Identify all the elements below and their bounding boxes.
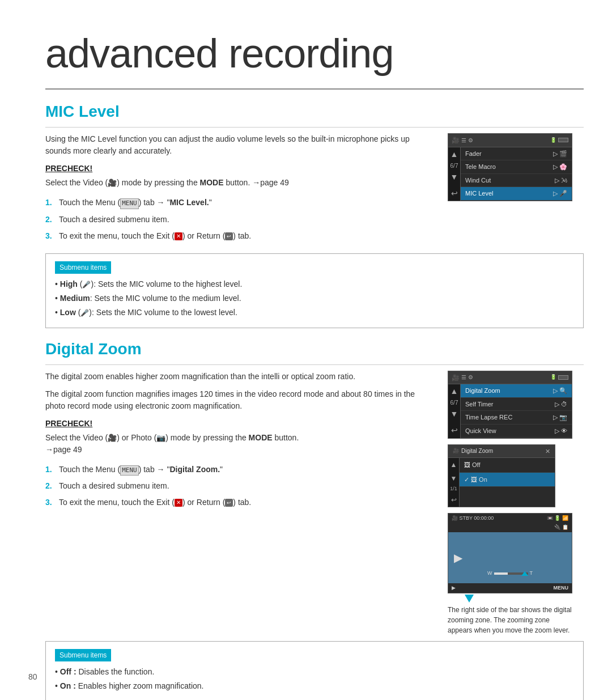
- digital-zoom-title: Digital Zoom: [45, 337, 584, 365]
- mic-level-submenu-item-3: Low (🎤): Sets the MIC volume to the lowe…: [55, 307, 574, 319]
- digital-zoom-desc2: The digital zoom function magnifies imag…: [45, 388, 436, 412]
- mic-level-step-2: 2. Touch a desired submenu item.: [45, 214, 436, 226]
- digital-zoom-desc1: The digital zoom enables higher zoom mag…: [45, 371, 436, 383]
- cam-row-fader: Fader ▷ 🎬: [461, 147, 572, 161]
- dz-cam-header: 🎥 ☰ ⚙ 🔋: [448, 371, 572, 385]
- mic-level-title: MIC Level: [45, 100, 584, 128]
- digital-zoom-submenu-item-on: On : Enables higher zoom magnification.: [55, 680, 574, 692]
- digital-zoom-step-1: 1. Touch the Menu (MENU) tab → "Digital …: [45, 464, 436, 476]
- digital-zoom-precheck-label: PRECHECK!: [45, 418, 436, 430]
- cam-row-tele-macro: Tele Macro ▷ 🌸: [461, 160, 572, 174]
- mic-level-precheck-label: PRECHECK!: [45, 163, 436, 175]
- mic-level-submenu-item-2: Medium: Sets the MIC volume to the mediu…: [55, 292, 574, 304]
- dz-cam-row-digital-zoom: Digital Zoom ▷ 🔍: [461, 384, 572, 398]
- mic-level-step-1: 1. Touch the Menu (MENU) tab → "MIC Leve…: [45, 197, 436, 209]
- dz-viewfinder-panel: 🎥 STBY 00:00:00 📼 🔋 📶 🔌 📋 ▶ W: [448, 513, 572, 636]
- mic-level-description: Using the MIC Level function you can adj…: [45, 133, 436, 157]
- dz-cam-row-self-timer: Self Timer ▷ ⏱: [461, 398, 572, 411]
- mic-level-steps: 1. Touch the Menu (MENU) tab → "MIC Leve…: [45, 197, 436, 242]
- digital-zoom-steps: 1. Touch the Menu (MENU) tab → "Digital …: [45, 464, 436, 509]
- dz-submenu-header: 🎥 Digital Zoom ✕: [448, 445, 555, 459]
- dz-submenu-panel: 🎥 Digital Zoom ✕ ▲ ▼ 1/1 ↩ 🖼 Off: [448, 444, 555, 507]
- digital-zoom-step-3: 3. To exit the menu, touch the Exit (✕) …: [45, 497, 436, 508]
- dz-viewfinder-desc: The right side of the bar shows the digi…: [448, 605, 572, 635]
- mic-level-submenu-box: Submenu items High (🎤): Sets the MIC vol…: [45, 253, 584, 328]
- dz-cam-row-quick-view: Quick View ▷ 👁: [461, 425, 572, 438]
- dz-cam-menu-panel: 🎥 ☰ ⚙ 🔋 ▲ 6/7 ▼ ↩: [448, 371, 572, 439]
- dz-row-off: 🖼 Off: [460, 458, 555, 473]
- cam-header: 🎥 ☰ ⚙ 🔋: [448, 134, 572, 147]
- dz-cam-row-time-lapse: Time Lapse REC ▷ 📷: [461, 411, 572, 425]
- page-title: advanced recording: [45, 23, 584, 90]
- zoom-arrow-pointer: [448, 595, 572, 603]
- digital-zoom-section: Digital Zoom The digital zoom enables hi…: [45, 337, 584, 701]
- mic-level-camera-panel: 🎥 ☰ ⚙ 🔋 ▲ 6/7 ▼ ↩: [448, 133, 584, 248]
- mic-level-step-3: 3. To exit the menu, touch the Exit (✕) …: [45, 230, 436, 242]
- mic-level-cam-ui: 🎥 ☰ ⚙ 🔋 ▲ 6/7 ▼ ↩: [448, 133, 572, 201]
- mic-level-section: MIC Level Using the MIC Level function y…: [45, 100, 584, 328]
- mic-level-precheck-text: Select the Video (🎥) mode by pressing th…: [45, 177, 436, 189]
- mic-level-submenu-label: Submenu items: [55, 261, 111, 274]
- mic-level-submenu-item-1: High (🎤): Sets the MIC volume to the hig…: [55, 278, 574, 290]
- cam-row-wind-cut: Wind Cut ▷ 🌬: [461, 174, 572, 188]
- digital-zoom-precheck-text: Select the Video (🎥) or Photo (📷) mode b…: [45, 432, 436, 456]
- cam-row-mic-level: MIC Level ▷ 🎤: [461, 187, 572, 201]
- dz-row-on: ✓ 🖼 On: [460, 473, 555, 487]
- digital-zoom-submenu-label: Submenu items: [55, 649, 111, 661]
- digital-zoom-camera-panels: 🎥 ☰ ⚙ 🔋 ▲ 6/7 ▼ ↩: [448, 371, 584, 636]
- digital-zoom-submenu-box: Submenu items Off : Disables the functio…: [45, 641, 584, 700]
- digital-zoom-step-2: 2. Touch a desired submenu item.: [45, 480, 436, 492]
- digital-zoom-submenu-item-off: Off : Disables the function.: [55, 666, 574, 678]
- page-number: 80: [28, 671, 37, 683]
